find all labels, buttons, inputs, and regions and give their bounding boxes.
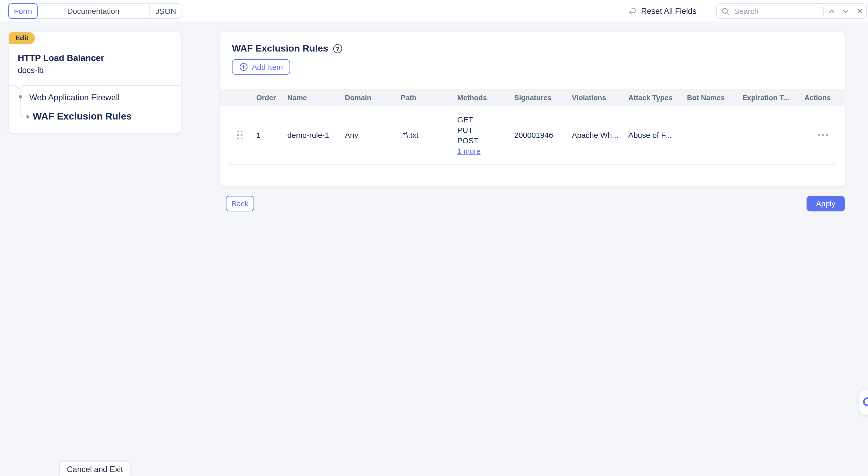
method-put: PUT [457, 125, 514, 135]
column-header-expiration: Expiration T... [742, 93, 804, 102]
chevron-up-icon [828, 8, 836, 15]
sidebar-item-waf-exclusion-rules[interactable]: WAF Exclusion Rules [33, 110, 132, 122]
cell-order: 1 [256, 130, 287, 139]
object-name: docs-lb [18, 66, 44, 75]
cell-name: demo-rule-1 [287, 130, 345, 139]
chat-icon [863, 397, 868, 406]
sidebar: Edit HTTP Load Balancer docs-lb Web Appl… [8, 32, 182, 133]
view-mode-tabs: Form Documentation JSON [8, 3, 182, 19]
sidebar-divider [9, 85, 181, 86]
sidebar-item-web-application-firewall[interactable]: Web Application Firewall [29, 92, 120, 102]
row-actions-button[interactable] [817, 133, 829, 137]
tree-bullet-icon [19, 95, 22, 99]
add-item-label: Add Item [252, 63, 283, 71]
cell-methods: GET PUT POST 1 more [457, 106, 514, 157]
close-icon [856, 8, 863, 14]
active-item-arrow-icon [27, 115, 30, 119]
search-close-button[interactable] [852, 4, 866, 18]
toolbar-right-group: Reset All Fields [627, 0, 867, 22]
search-container [716, 3, 867, 19]
help-widget[interactable] [859, 390, 868, 415]
column-header-signatures: Signatures [514, 93, 572, 102]
column-header-bot-names: Bot Names [687, 93, 742, 102]
column-header-actions: Actions [804, 93, 846, 102]
cell-violations: Apache Wh... [572, 130, 628, 139]
search-input[interactable] [733, 6, 823, 16]
column-header-methods: Methods [457, 93, 514, 102]
tab-form[interactable]: Form [8, 3, 38, 19]
plus-circle-icon [239, 63, 248, 71]
search-icon [721, 7, 730, 15]
main-panel: WAF Exclusion Rules ? Add Item Order Nam… [220, 32, 845, 187]
method-get: GET [457, 115, 514, 125]
tree-connector [20, 91, 26, 118]
drag-handle[interactable] [220, 130, 256, 140]
help-icon[interactable]: ? [333, 44, 342, 53]
cell-signatures: 200001946 [514, 130, 572, 139]
undo-icon [627, 6, 637, 16]
cell-attack-types: Abuse of F... [628, 130, 687, 139]
chevron-down-icon [842, 8, 849, 15]
column-header-order: Order [256, 93, 287, 102]
column-header-path: Path [401, 93, 457, 102]
section-heading-row: WAF Exclusion Rules ? [232, 43, 342, 54]
column-header-attack-types: Attack Types [628, 93, 687, 102]
method-post: POST [457, 135, 514, 146]
reset-all-fields-label: Reset All Fields [641, 6, 696, 15]
tab-json[interactable]: JSON [150, 3, 182, 19]
search-divider [823, 6, 824, 15]
apply-button[interactable]: Apply [807, 196, 845, 211]
page-title: WAF Exclusion Rules [232, 43, 328, 54]
app-root: Form Documentation JSON Reset All Fields [0, 0, 868, 476]
column-header-name: Name [287, 93, 345, 102]
search-prev-button[interactable] [825, 4, 839, 18]
cell-path: .*\.txt [401, 130, 457, 139]
reset-all-fields-button[interactable]: Reset All Fields [627, 6, 696, 16]
cancel-and-exit-button[interactable]: Cancel and Exit [59, 461, 130, 476]
column-header-violations: Violations [572, 93, 628, 102]
row-divider [229, 164, 835, 165]
back-button[interactable]: Back [226, 196, 254, 211]
table-header: Order Name Domain Path Methods Signature… [220, 89, 846, 106]
cell-domain: Any [345, 130, 401, 139]
top-toolbar: Form Documentation JSON Reset All Fields [0, 0, 868, 22]
table-row: 1 demo-rule-1 Any .*\.txt GET PUT POST 1… [220, 106, 846, 164]
drag-dots-icon [237, 130, 256, 140]
mode-badge: Edit [9, 32, 35, 44]
object-type-title: HTTP Load Balancer [18, 53, 104, 63]
search-next-button[interactable] [839, 4, 852, 18]
tab-documentation[interactable]: Documentation [37, 3, 150, 19]
add-item-button[interactable]: Add Item [232, 59, 290, 74]
methods-more-link[interactable]: 1 more [457, 147, 480, 156]
collapse-notch-icon[interactable] [15, 81, 24, 90]
column-header-domain: Domain [345, 93, 401, 102]
cell-actions [804, 133, 846, 137]
